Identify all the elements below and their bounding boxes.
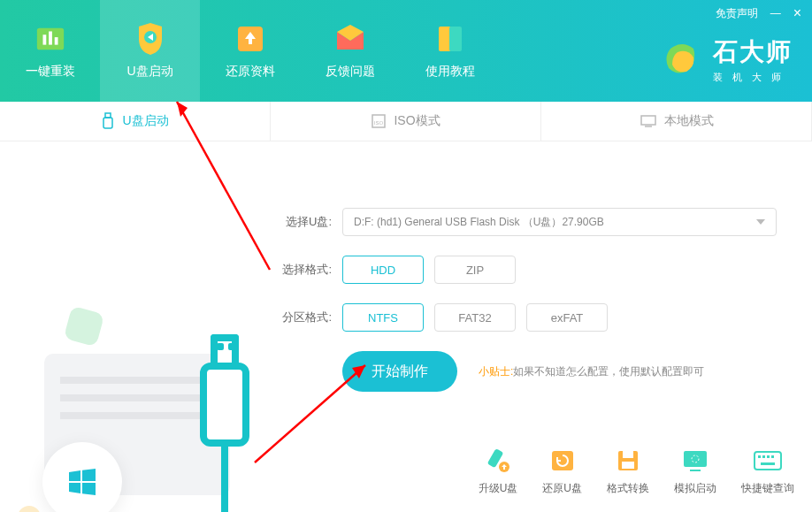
svg-rect-7: [449, 27, 462, 51]
subtab-iso[interactable]: ISO ISO模式: [271, 102, 541, 141]
usb-select-label: 选择U盘:: [279, 214, 332, 230]
brand-title: 石大师: [713, 35, 793, 69]
svg-rect-1: [42, 34, 46, 44]
header: 免责声明 — × 一键重装 U盘启动 还原资料 反馈问题: [0, 0, 812, 102]
subtab-label: U盘启动: [122, 113, 168, 129]
svg-rect-12: [641, 116, 655, 125]
tool-upgrade-usb[interactable]: 升级U盘: [479, 447, 518, 496]
sub-tabs: U盘启动 ISO ISO模式 本地模式: [0, 102, 812, 141]
tool-label: 还原U盘: [542, 481, 582, 496]
minimize-button[interactable]: —: [770, 7, 781, 19]
svg-rect-27: [771, 455, 774, 458]
tool-label: 模拟启动: [674, 481, 716, 496]
nav-label: U盘启动: [126, 64, 172, 80]
chart-icon: [34, 23, 66, 55]
partition-option-fat32[interactable]: FAT32: [434, 303, 516, 332]
screen-icon: [680, 447, 710, 474]
nav-feedback[interactable]: 反馈问题: [300, 0, 400, 102]
svg-rect-23: [755, 452, 781, 470]
monitor-icon: [640, 114, 657, 128]
bottom-toolbar: 升级U盘 还原U盘 格式转换 模拟启动 快捷键查询: [479, 447, 794, 496]
svg-rect-26: [767, 455, 770, 458]
nav-label: 反馈问题: [326, 64, 375, 80]
start-button[interactable]: 开始制作: [342, 351, 457, 392]
close-button[interactable]: ×: [793, 5, 801, 21]
partition-label: 分区格式:: [279, 309, 332, 325]
iso-icon: ISO: [371, 113, 387, 129]
upload-icon: [234, 23, 266, 55]
book-icon: [434, 23, 466, 55]
decorative-shape: [18, 506, 41, 512]
brand: 石大师 装机大师: [662, 35, 793, 84]
subtab-local[interactable]: 本地模式: [541, 102, 812, 141]
nav-usb-boot[interactable]: U盘启动: [100, 0, 200, 102]
tool-simulate-boot[interactable]: 模拟启动: [674, 447, 716, 496]
tip-content: 如果不知道怎么配置，使用默认配置即可: [513, 365, 704, 378]
usb-select-value: D:F: (hd1) General USB Flash Disk （U盘）27…: [354, 215, 604, 230]
nav-label: 使用教程: [425, 64, 475, 80]
windows-icon: [66, 466, 98, 498]
tool-label: 升级U盘: [479, 481, 518, 496]
main-nav: 一键重装 U盘启动 还原资料 反馈问题 使用教程: [0, 0, 500, 102]
usb-icon: [101, 112, 115, 130]
usb-upgrade-icon: [483, 447, 513, 474]
svg-rect-18: [623, 451, 633, 458]
svg-rect-19: [622, 462, 634, 469]
subtab-usb[interactable]: U盘启动: [0, 102, 271, 141]
subtab-label: ISO模式: [394, 113, 440, 129]
window-controls: 免责声明 — ×: [716, 5, 801, 21]
tip-label: 小贴士:: [479, 365, 513, 378]
svg-rect-16: [552, 451, 573, 470]
tool-label: 格式转换: [607, 481, 649, 496]
svg-rect-24: [758, 455, 761, 458]
usb-illustration: [221, 447, 228, 512]
tool-restore-usb[interactable]: 还原U盘: [542, 447, 582, 496]
keyboard-icon: [753, 447, 783, 474]
subtab-label: 本地模式: [664, 113, 714, 129]
brand-subtitle: 装机大师: [713, 71, 793, 84]
usb-select[interactable]: D:F: (hd1) General USB Flash Disk （U盘）27…: [342, 208, 777, 236]
disclaimer-link[interactable]: 免责声明: [716, 6, 758, 21]
partition-option-exfat[interactable]: exFAT: [526, 303, 608, 332]
nav-tutorial[interactable]: 使用教程: [400, 0, 500, 102]
usb-illustration: [217, 343, 224, 350]
decorative-shape: [64, 306, 105, 348]
tip-text: 小贴士:如果不知道怎么配置，使用默认配置即可: [479, 364, 704, 379]
svg-text:ISO: ISO: [374, 120, 384, 126]
svg-rect-2: [49, 31, 52, 44]
svg-rect-3: [54, 37, 57, 45]
nav-label: 还原资料: [226, 64, 275, 80]
tool-format-convert[interactable]: 格式转换: [607, 447, 649, 496]
format-label: 选择格式:: [279, 262, 332, 278]
svg-rect-20: [684, 451, 707, 467]
nav-reinstall[interactable]: 一键重装: [0, 0, 100, 102]
nav-label: 一键重装: [26, 64, 75, 80]
mail-icon: [334, 23, 366, 55]
svg-rect-25: [762, 455, 765, 458]
restore-icon: [548, 447, 578, 474]
format-option-hdd[interactable]: HDD: [342, 256, 424, 284]
usb-illustration: [228, 343, 235, 350]
partition-option-ntfs[interactable]: NTFS: [342, 303, 424, 332]
logo-icon: [662, 40, 702, 80]
tool-hotkey-query[interactable]: 快捷键查询: [741, 447, 794, 496]
nav-restore[interactable]: 还原资料: [200, 0, 300, 102]
shield-icon: [134, 23, 166, 55]
tool-label: 快捷键查询: [741, 481, 794, 496]
format-option-zip[interactable]: ZIP: [434, 256, 516, 284]
svg-rect-6: [439, 27, 451, 51]
illustration-area: [0, 141, 270, 512]
svg-rect-9: [103, 118, 112, 128]
floppy-icon: [613, 447, 643, 474]
usb-illustration: [200, 363, 249, 447]
svg-rect-28: [761, 462, 775, 465]
